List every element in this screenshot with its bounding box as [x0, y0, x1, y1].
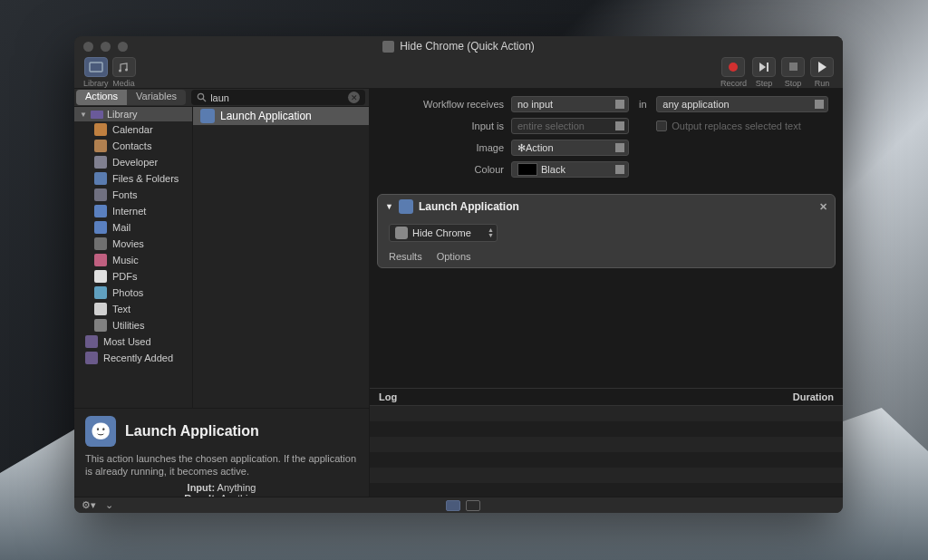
category-label: Developer — [112, 157, 158, 168]
in-label: in — [629, 99, 656, 110]
receives-label: Workflow receives — [384, 99, 511, 110]
dropdown-menu[interactable]: ⌄ — [105, 499, 113, 511]
app-icon — [395, 227, 408, 239]
category-label: Fonts — [112, 189, 138, 200]
media-button[interactable] — [112, 57, 136, 77]
category-label: Utilities — [112, 320, 144, 331]
library-label: Library — [83, 79, 109, 88]
action-title: Launch Application — [419, 200, 519, 213]
category-label: Files & Folders — [112, 173, 179, 184]
stop-button[interactable] — [781, 57, 805, 77]
log-row — [370, 406, 843, 421]
category-music[interactable]: Music — [74, 252, 192, 268]
statusbar: ⚙︎▾ ⌄ — [74, 497, 843, 513]
action-tab-options[interactable]: Options — [437, 251, 471, 262]
library-tabs: Actions Variables — [76, 90, 186, 105]
category-utilities[interactable]: Utilities — [74, 317, 192, 333]
category-icon — [94, 270, 107, 283]
selected-app-label: Hide Chrome — [412, 227, 471, 238]
category-icon — [94, 254, 107, 266]
category-pdfs[interactable]: PDFs — [74, 268, 192, 285]
svg-point-4 — [198, 93, 203, 99]
action-results[interactable]: Launch Application — [192, 107, 369, 408]
run-label: Run — [815, 79, 830, 88]
finder-icon — [85, 416, 116, 447]
media-label: Media — [112, 79, 135, 88]
workflow-canvas[interactable]: ▼ Launch Application ✕ Hide Chrome ▲▼ — [370, 187, 843, 388]
color-swatch-icon — [517, 163, 537, 176]
category-developer[interactable]: Developer — [74, 154, 192, 170]
category-icon — [94, 172, 107, 185]
disclosure-icon[interactable]: ▼ — [385, 202, 393, 211]
checkbox-icon — [656, 121, 667, 131]
library-button[interactable] — [84, 57, 108, 77]
log-col-log[interactable]: Log — [379, 391, 397, 402]
smart-label: Recently Added — [103, 352, 173, 363]
action-remove-button[interactable]: ✕ — [819, 201, 827, 213]
smart-recently-added[interactable]: Recently Added — [74, 350, 192, 366]
category-icon — [94, 123, 107, 136]
smart-folder-icon — [85, 335, 98, 348]
smart-most-used[interactable]: Most Used — [74, 333, 192, 350]
log-row — [370, 452, 843, 468]
log-row — [370, 468, 843, 483]
automator-window: Hide Chrome (Quick Action) Library Media… — [74, 36, 843, 513]
receives-select[interactable]: no input▲▼ — [511, 96, 629, 112]
image-label: Image — [384, 142, 511, 153]
log-col-duration[interactable]: Duration — [793, 391, 834, 402]
category-icon — [94, 286, 107, 299]
image-select[interactable]: ✻ Action▲▼ — [511, 140, 629, 156]
action-tab-results[interactable]: Results — [389, 251, 422, 262]
in-select[interactable]: any application▲▼ — [656, 96, 828, 112]
inputis-select: entire selection▲▼ — [511, 118, 629, 134]
tab-variables[interactable]: Variables — [127, 90, 186, 105]
info-input-value: Anything — [218, 482, 256, 493]
category-files-folders[interactable]: Files & Folders — [74, 170, 192, 187]
run-button[interactable] — [810, 57, 834, 77]
library-header-label: Library — [107, 109, 138, 120]
category-text[interactable]: Text — [74, 301, 192, 317]
record-button[interactable] — [721, 57, 745, 77]
search-box[interactable]: ✕ — [191, 90, 365, 105]
category-contacts[interactable]: Contacts — [74, 138, 192, 154]
svg-rect-6 — [91, 111, 103, 119]
colour-select[interactable]: Black▲▼ — [511, 161, 629, 178]
category-icon — [94, 237, 107, 250]
category-calendar[interactable]: Calendar — [74, 121, 192, 138]
category-icon — [94, 221, 107, 234]
colour-label: Colour — [384, 164, 511, 175]
result-launch-application[interactable]: Launch Application — [193, 107, 369, 125]
application-select[interactable]: Hide Chrome ▲▼ — [389, 224, 498, 242]
tab-actions[interactable]: Actions — [76, 90, 127, 105]
application-icon — [200, 109, 215, 123]
svg-point-1 — [119, 69, 121, 72]
category-fonts[interactable]: Fonts — [74, 187, 192, 203]
library-header[interactable]: ▼ Library — [74, 107, 192, 121]
search-clear-button[interactable]: ✕ — [348, 92, 360, 103]
category-list[interactable]: ▼ Library CalendarContactsDeveloperFiles… — [74, 107, 192, 408]
library-icon — [89, 62, 103, 72]
view-flow-button[interactable] — [446, 500, 460, 511]
view-list-button[interactable] — [466, 500, 480, 511]
category-icon — [94, 188, 107, 201]
category-icon — [94, 303, 107, 315]
gear-menu[interactable]: ⚙︎▾ — [82, 499, 96, 511]
application-icon — [399, 199, 413, 214]
library-folder-icon — [91, 109, 103, 120]
log-pane: Log Duration — [370, 388, 843, 497]
category-photos[interactable]: Photos — [74, 285, 192, 301]
workflow-pane: Workflow receives no input▲▼ in any appl… — [370, 89, 843, 497]
step-button[interactable] — [752, 57, 776, 77]
search-input[interactable] — [210, 92, 344, 103]
category-internet[interactable]: Internet — [74, 203, 192, 219]
titlebar: Hide Chrome (Quick Action) — [74, 36, 843, 56]
action-launch-application[interactable]: ▼ Launch Application ✕ Hide Chrome ▲▼ — [377, 194, 836, 268]
category-mail[interactable]: Mail — [74, 219, 192, 236]
category-icon — [94, 319, 107, 332]
play-icon — [818, 62, 826, 72]
category-icon — [94, 140, 107, 152]
info-description: This action launches the chosen applicat… — [85, 452, 358, 478]
step-label: Step — [756, 79, 773, 88]
category-movies[interactable]: Movies — [74, 236, 192, 252]
svg-point-2 — [125, 68, 128, 71]
